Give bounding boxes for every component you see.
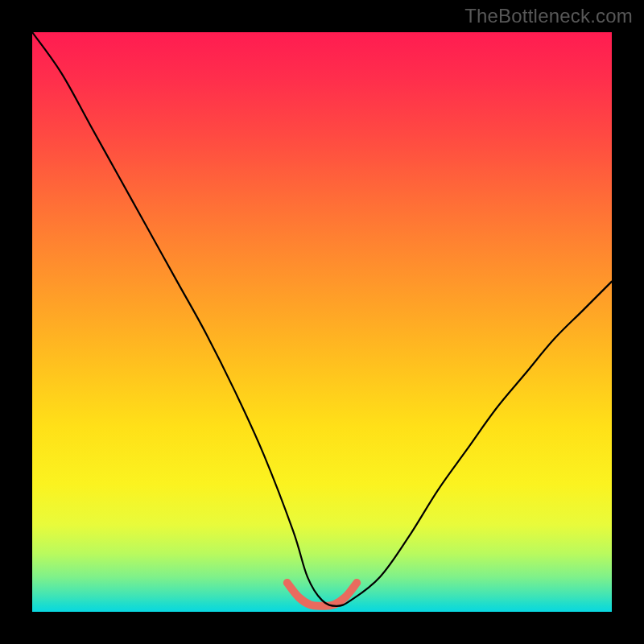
- chart-frame: TheBottleneck.com: [0, 0, 644, 644]
- bottleneck-curve: [32, 32, 612, 606]
- watermark-text: TheBottleneck.com: [464, 5, 633, 27]
- curve-svg: [32, 32, 612, 612]
- plot-area: [32, 32, 612, 612]
